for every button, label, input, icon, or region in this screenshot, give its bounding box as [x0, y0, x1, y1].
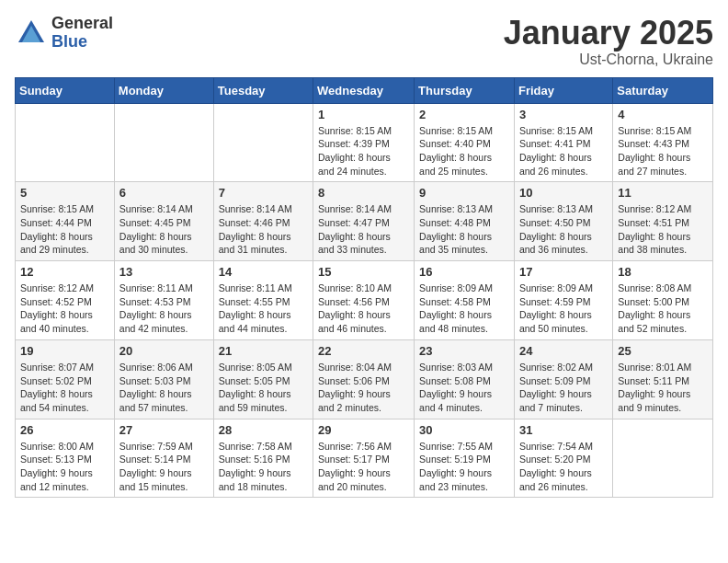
- calendar-cell: 6Sunrise: 8:14 AMSunset: 4:45 PMDaylight…: [114, 182, 213, 261]
- calendar-cell: 14Sunrise: 8:11 AMSunset: 4:55 PMDayligh…: [213, 261, 313, 340]
- day-info: Sunrise: 8:09 AMSunset: 4:59 PMDaylight:…: [519, 282, 608, 336]
- weekday-wednesday: Wednesday: [313, 77, 415, 103]
- day-info: Sunrise: 7:58 AMSunset: 5:16 PMDaylight:…: [219, 440, 308, 494]
- day-info: Sunrise: 8:14 AMSunset: 4:45 PMDaylight:…: [119, 202, 209, 257]
- logo-blue: Blue: [51, 33, 113, 52]
- calendar-cell: 2Sunrise: 8:15 AMSunset: 4:40 PMDaylight…: [415, 103, 515, 182]
- calendar-cell: 8Sunrise: 8:14 AMSunset: 4:47 PMDaylight…: [313, 182, 415, 261]
- weekday-friday: Friday: [514, 77, 612, 103]
- page-header: General Blue January 2025 Ust-Chorna, Uk…: [15, 15, 713, 68]
- calendar-cell: 30Sunrise: 7:55 AMSunset: 5:19 PMDayligh…: [415, 419, 515, 498]
- day-number: 23: [419, 344, 509, 358]
- calendar-cell: [114, 103, 213, 182]
- calendar-cell: 3Sunrise: 8:15 AMSunset: 4:41 PMDaylight…: [514, 103, 612, 182]
- day-number: 7: [219, 186, 308, 200]
- day-info: Sunrise: 8:03 AMSunset: 5:08 PMDaylight:…: [419, 361, 509, 415]
- calendar-cell: 9Sunrise: 8:13 AMSunset: 4:48 PMDaylight…: [415, 182, 515, 261]
- day-number: 13: [119, 265, 209, 279]
- day-number: 18: [618, 265, 708, 279]
- calendar-cell: 15Sunrise: 8:10 AMSunset: 4:56 PMDayligh…: [313, 261, 415, 340]
- day-info: Sunrise: 8:04 AMSunset: 5:06 PMDaylight:…: [318, 361, 409, 415]
- calendar-cell: 7Sunrise: 8:14 AMSunset: 4:46 PMDaylight…: [213, 182, 313, 261]
- day-info: Sunrise: 8:09 AMSunset: 4:58 PMDaylight:…: [419, 282, 509, 336]
- day-info: Sunrise: 8:12 AMSunset: 4:51 PMDaylight:…: [618, 202, 708, 257]
- calendar-body: 1Sunrise: 8:15 AMSunset: 4:39 PMDaylight…: [16, 103, 713, 498]
- day-info: Sunrise: 8:11 AMSunset: 4:53 PMDaylight:…: [119, 282, 209, 336]
- day-number: 1: [318, 108, 409, 121]
- day-number: 29: [318, 423, 409, 437]
- calendar-table: SundayMondayTuesdayWednesdayThursdayFrid…: [15, 77, 713, 499]
- calendar-cell: 5Sunrise: 8:15 AMSunset: 4:44 PMDaylight…: [16, 182, 115, 261]
- calendar-cell: [613, 419, 713, 498]
- calendar-cell: 31Sunrise: 7:54 AMSunset: 5:20 PMDayligh…: [514, 419, 612, 498]
- calendar-cell: 19Sunrise: 8:07 AMSunset: 5:02 PMDayligh…: [16, 339, 115, 419]
- day-info: Sunrise: 8:08 AMSunset: 5:00 PMDaylight:…: [618, 282, 708, 336]
- day-number: 14: [219, 265, 308, 279]
- day-number: 22: [318, 344, 409, 358]
- week-row-4: 19Sunrise: 8:07 AMSunset: 5:02 PMDayligh…: [16, 339, 713, 419]
- calendar-cell: 28Sunrise: 7:58 AMSunset: 5:16 PMDayligh…: [213, 419, 313, 498]
- calendar-cell: 12Sunrise: 8:12 AMSunset: 4:52 PMDayligh…: [16, 261, 115, 340]
- day-info: Sunrise: 8:15 AMSunset: 4:41 PMDaylight:…: [519, 124, 608, 178]
- day-number: 10: [519, 186, 608, 200]
- day-number: 19: [20, 344, 109, 358]
- calendar-cell: 1Sunrise: 8:15 AMSunset: 4:39 PMDaylight…: [313, 103, 415, 182]
- day-number: 21: [219, 344, 308, 358]
- day-info: Sunrise: 8:01 AMSunset: 5:11 PMDaylight:…: [618, 361, 708, 415]
- day-number: 20: [119, 344, 209, 358]
- day-number: 15: [318, 265, 409, 279]
- day-info: Sunrise: 7:56 AMSunset: 5:17 PMDaylight:…: [318, 440, 409, 494]
- day-info: Sunrise: 8:10 AMSunset: 4:56 PMDaylight:…: [318, 282, 409, 336]
- day-info: Sunrise: 8:12 AMSunset: 4:52 PMDaylight:…: [20, 282, 109, 336]
- week-row-3: 12Sunrise: 8:12 AMSunset: 4:52 PMDayligh…: [16, 261, 713, 340]
- location: Ust-Chorna, Ukraine: [504, 52, 713, 68]
- day-info: Sunrise: 8:14 AMSunset: 4:46 PMDaylight:…: [219, 202, 308, 257]
- week-row-1: 1Sunrise: 8:15 AMSunset: 4:39 PMDaylight…: [16, 103, 713, 182]
- logo-general: General: [51, 15, 113, 33]
- day-number: 4: [618, 108, 708, 121]
- day-number: 6: [119, 186, 209, 200]
- day-number: 25: [618, 344, 708, 358]
- calendar-cell: 16Sunrise: 8:09 AMSunset: 4:58 PMDayligh…: [415, 261, 515, 340]
- logo: General Blue: [15, 15, 113, 52]
- calendar-header: SundayMondayTuesdayWednesdayThursdayFrid…: [16, 77, 713, 103]
- day-info: Sunrise: 7:55 AMSunset: 5:19 PMDaylight:…: [419, 440, 509, 494]
- calendar-cell: 13Sunrise: 8:11 AMSunset: 4:53 PMDayligh…: [114, 261, 213, 340]
- weekday-tuesday: Tuesday: [213, 77, 313, 103]
- day-number: 24: [519, 344, 608, 358]
- day-info: Sunrise: 8:13 AMSunset: 4:50 PMDaylight:…: [519, 202, 608, 257]
- calendar-cell: 11Sunrise: 8:12 AMSunset: 4:51 PMDayligh…: [613, 182, 713, 261]
- calendar-cell: 17Sunrise: 8:09 AMSunset: 4:59 PMDayligh…: [514, 261, 612, 340]
- day-number: 9: [419, 186, 509, 200]
- day-info: Sunrise: 8:13 AMSunset: 4:48 PMDaylight:…: [419, 202, 509, 257]
- weekday-thursday: Thursday: [415, 77, 515, 103]
- day-number: 11: [618, 186, 708, 200]
- day-info: Sunrise: 8:14 AMSunset: 4:47 PMDaylight:…: [318, 202, 409, 257]
- calendar-cell: 10Sunrise: 8:13 AMSunset: 4:50 PMDayligh…: [514, 182, 612, 261]
- day-info: Sunrise: 8:06 AMSunset: 5:03 PMDaylight:…: [119, 361, 209, 415]
- calendar-cell: 23Sunrise: 8:03 AMSunset: 5:08 PMDayligh…: [415, 339, 515, 419]
- weekday-monday: Monday: [114, 77, 213, 103]
- day-number: 2: [419, 108, 509, 121]
- day-number: 27: [119, 423, 209, 437]
- day-info: Sunrise: 8:00 AMSunset: 5:13 PMDaylight:…: [20, 440, 109, 494]
- day-number: 17: [519, 265, 608, 279]
- title-block: January 2025 Ust-Chorna, Ukraine: [504, 15, 713, 68]
- calendar-cell: 21Sunrise: 8:05 AMSunset: 5:05 PMDayligh…: [213, 339, 313, 419]
- calendar-cell: 29Sunrise: 7:56 AMSunset: 5:17 PMDayligh…: [313, 419, 415, 498]
- day-number: 31: [519, 423, 608, 437]
- calendar-cell: 4Sunrise: 8:15 AMSunset: 4:43 PMDaylight…: [613, 103, 713, 182]
- day-info: Sunrise: 8:15 AMSunset: 4:40 PMDaylight:…: [419, 124, 509, 178]
- logo-text: General Blue: [51, 15, 113, 52]
- day-number: 30: [419, 423, 509, 437]
- calendar-cell: 22Sunrise: 8:04 AMSunset: 5:06 PMDayligh…: [313, 339, 415, 419]
- day-info: Sunrise: 8:05 AMSunset: 5:05 PMDaylight:…: [219, 361, 308, 415]
- day-info: Sunrise: 8:15 AMSunset: 4:43 PMDaylight:…: [618, 124, 708, 178]
- day-info: Sunrise: 7:59 AMSunset: 5:14 PMDaylight:…: [119, 440, 209, 494]
- weekday-saturday: Saturday: [613, 77, 713, 103]
- weekday-sunday: Sunday: [16, 77, 115, 103]
- calendar-cell: 24Sunrise: 8:02 AMSunset: 5:09 PMDayligh…: [514, 339, 612, 419]
- logo-icon: [15, 17, 48, 50]
- day-info: Sunrise: 8:11 AMSunset: 4:55 PMDaylight:…: [219, 282, 308, 336]
- week-row-2: 5Sunrise: 8:15 AMSunset: 4:44 PMDaylight…: [16, 182, 713, 261]
